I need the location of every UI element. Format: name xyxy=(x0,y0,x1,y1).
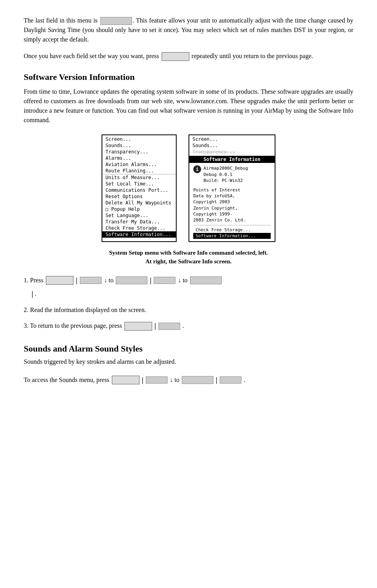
info-software-info: Software Information... xyxy=(193,233,271,239)
field-image-1 xyxy=(100,17,132,25)
info-text-copyright: Points of Interest Data by infoUSA, Copy… xyxy=(193,187,271,223)
menu-item-check-free: Check Free Storage... xyxy=(102,225,176,231)
info-menu-screen: Screen... xyxy=(189,136,275,142)
step1-press-btn xyxy=(46,276,74,285)
info-menu-sounds: Sounds... xyxy=(189,142,275,149)
step3-pipe: | xyxy=(155,320,156,332)
step1-label: 1. Press xyxy=(24,275,43,286)
sounds-pipe2: | xyxy=(216,374,217,386)
menu-item-popup-help: □ Popup Help xyxy=(102,206,176,212)
menu-item-comm-port: Communications Port... xyxy=(102,187,176,193)
step1-target2 xyxy=(190,276,222,284)
menu-item-reset-options: Reset Options xyxy=(102,193,176,200)
section2-heading: Sounds and Alarm Sound Styles xyxy=(24,344,353,354)
sounds-to: ↓ to xyxy=(170,374,179,386)
menu-item-aviation-alarms: Aviation Alarms... xyxy=(102,161,176,168)
step1-to2: ↓ to xyxy=(178,275,187,286)
repeatedly-text: repeatedly xyxy=(192,53,218,59)
menu-item-transparency: Transparency... xyxy=(102,149,176,155)
screenshots-caption: System Setup menu with Software Info com… xyxy=(24,248,353,266)
menu-item-sounds: Sounds... xyxy=(102,142,176,149)
paragraph-2: Once you have each field set the way you… xyxy=(24,51,353,61)
info-check-free: Check Free Storage... xyxy=(193,227,271,233)
menu-item-transfer-data: Transfer My Data... xyxy=(102,219,176,225)
paragraph-1: The last field in this menu is . This fe… xyxy=(24,16,353,44)
press-button-image xyxy=(162,52,189,61)
step1-pipe3: | xyxy=(32,287,33,300)
info-bottom-items: Check Free Storage... Software Informati… xyxy=(193,225,271,239)
menu-item-set-local-time: Set Local Time... xyxy=(102,181,176,187)
menu-item-units: Units of Measure... xyxy=(102,174,176,181)
menu-item-set-language: Set Language... xyxy=(102,212,176,219)
sounds-dot: . xyxy=(244,374,245,386)
section1-heading: Software Version Information xyxy=(24,72,353,82)
step1-target1 xyxy=(116,276,147,284)
step1-pipe2: | xyxy=(150,274,151,287)
step3-press-btn xyxy=(124,322,152,331)
section1-para: From time to time, Lowrance updates the … xyxy=(24,87,353,125)
step3-prefix: 3. To return to the previous page, press xyxy=(24,320,122,332)
sounds-access-row: To access the Sounds menu, press | ↓ to … xyxy=(24,374,353,386)
info-menu-transparency: Transparency... xyxy=(189,149,275,155)
step-1: 1. Press | ↓ to | ↓ to | . xyxy=(24,274,353,301)
sounds-extra-img xyxy=(220,376,241,384)
menu-item-delete-waypoints: Delete All My Waypoints xyxy=(102,200,176,206)
sounds-pipe1: | xyxy=(142,374,143,386)
step1-down-img2 xyxy=(154,277,175,284)
screenshots-container: Screen... Sounds... Transparency... Alar… xyxy=(24,134,353,242)
step3-dot: . xyxy=(183,320,184,332)
sounds-press-btn xyxy=(112,376,139,384)
menu-item-screen: Screen... xyxy=(102,136,176,142)
info-icon: i xyxy=(193,165,201,173)
step1-pipe1: | xyxy=(76,274,77,287)
info-text-main: Airmap2000C_Debug Debug 0.0.1 Build: PC-… xyxy=(204,165,248,183)
sounds-prefix: To access the Sounds menu, press xyxy=(24,374,109,386)
step-2: 2. Read the information displayed on the… xyxy=(24,304,353,316)
step-3: 3. To return to the previous page, press… xyxy=(24,320,353,332)
step1-dot: . xyxy=(35,288,36,300)
info-body: i Airmap2000C_Debug Debug 0.0.1 Build: P… xyxy=(189,163,275,241)
sounds-target xyxy=(182,376,213,384)
step3-extra-img xyxy=(158,323,180,330)
section2-para: Sounds triggered by key strokes and alar… xyxy=(24,357,353,367)
menu-item-route-planning: Route Planning... xyxy=(102,168,176,174)
left-menu-screenshot: Screen... Sounds... Transparency... Alar… xyxy=(102,134,177,242)
step1-to1: ↓ to xyxy=(104,275,113,286)
right-info-screenshot: Screen... Sounds... Transparency... Soft… xyxy=(188,134,275,242)
step1-down-img1 xyxy=(80,277,102,284)
menu-item-software-info: Software Information... xyxy=(102,231,176,238)
sounds-down-img xyxy=(146,376,168,384)
step2-text: 2. Read the information displayed on the… xyxy=(24,306,146,313)
menu-item-alarms: Alarms... xyxy=(102,155,176,161)
info-header: Software Information xyxy=(189,156,275,163)
